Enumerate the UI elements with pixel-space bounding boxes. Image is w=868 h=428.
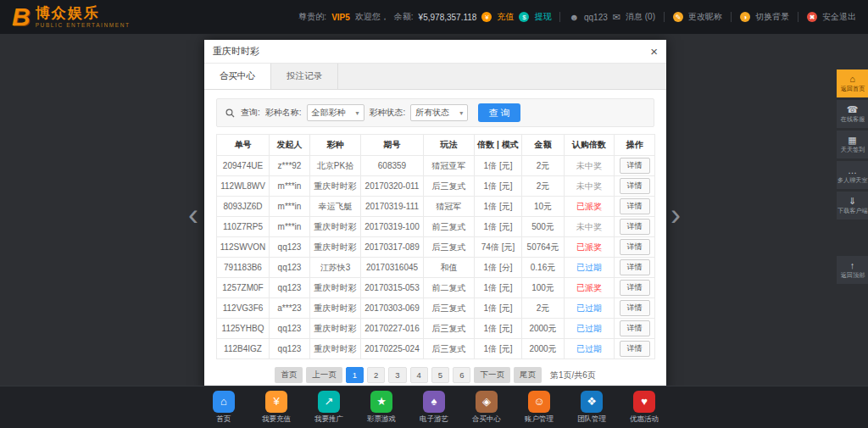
lottery-name-value: 全部彩种	[312, 107, 346, 119]
pagination-pages: 123456	[346, 367, 471, 383]
cell-order-no: 112WL8WV	[217, 176, 270, 197]
nav-item-label: 首页	[217, 414, 231, 425]
cell-initiator: m***in	[270, 197, 310, 217]
cell-lottery: 北京PK拾	[310, 156, 361, 176]
cell-play: 后三复式	[424, 298, 475, 319]
rail-item-daily-checkin[interactable]: ▦天天签到	[837, 131, 868, 158]
recharge-link[interactable]: 充值	[497, 11, 514, 23]
detail-button[interactable]: 详情	[620, 341, 650, 357]
detail-button[interactable]: 详情	[620, 198, 650, 214]
cell-multiple: 1倍 [元]	[475, 197, 522, 217]
switch-background-link[interactable]: 切换背景	[755, 11, 789, 23]
rail-item-chat-room[interactable]: …多人聊天室	[837, 161, 868, 189]
messages-link[interactable]: 消息 (0)	[626, 11, 655, 23]
page-button-6[interactable]: 6	[453, 367, 470, 383]
cell-play: 后三复式	[424, 319, 475, 339]
switch-background-icon: ◑	[740, 12, 750, 22]
rail-item-label: 下载客户端	[837, 207, 868, 215]
detail-button[interactable]: 详情	[620, 300, 650, 316]
cell-order-no: 209474UE	[217, 156, 270, 176]
rail-item-back-to-top[interactable]: ↑返回顶部	[837, 256, 868, 284]
page-prev-button[interactable]: 上一页	[306, 367, 342, 383]
cell-initiator: z***92	[270, 156, 310, 176]
cell-action: 详情	[615, 258, 655, 278]
tab-group-buy-center[interactable]: 合买中心	[204, 64, 271, 89]
nav-item-home[interactable]: ⌂首页	[204, 391, 243, 425]
lottery-games-icon: ★	[370, 391, 392, 413]
detail-button[interactable]: 详情	[620, 320, 650, 336]
change-nickname-link[interactable]: 更改昵称	[688, 11, 722, 23]
bottom-nav: ⌂首页¥我要充值↗我要推广★彩票游戏♠电子游艺◈合买中心☺账户管理❖团队管理♥优…	[204, 386, 664, 428]
detail-button[interactable]: 详情	[620, 158, 650, 174]
cell-amount: 0.16元	[522, 258, 565, 278]
cell-status: 已过期	[565, 319, 615, 339]
table-header-row: 单号 发起人 彩种 期号 玩法 倍数 | 模式 金额 认购倍数 操作	[217, 135, 655, 156]
carousel-right-arrow[interactable]: ›	[670, 200, 681, 231]
cell-multiple: 1倍 [元]	[475, 156, 522, 176]
cell-play: 后三复式	[424, 339, 475, 359]
brand-title: 博众娱乐	[36, 6, 131, 22]
topbar: B 博众娱乐 PUBLIC ENTERTAINMENT 尊贵的: VIP5 欢迎…	[0, 0, 868, 34]
recharge-icon: ¥	[265, 391, 287, 413]
detail-button[interactable]: 详情	[620, 239, 650, 255]
page-button-3[interactable]: 3	[388, 367, 406, 383]
brand-logo[interactable]: B 博众娱乐 PUBLIC ENTERTAINMENT	[12, 4, 131, 30]
tab-bet-records[interactable]: 投注记录	[271, 64, 338, 89]
nav-item-promotions[interactable]: ♥优惠活动	[625, 391, 664, 425]
rail-item-download-client[interactable]: ⇓下载客户端	[837, 192, 868, 220]
username-link[interactable]: qq123	[584, 13, 608, 22]
page-last-button[interactable]: 尾页	[514, 367, 542, 383]
cell-amount: 2000元	[522, 339, 565, 359]
detail-button[interactable]: 详情	[620, 259, 650, 275]
modal-tabbar: 合买中心 投注记录	[204, 64, 666, 90]
nav-item-promote[interactable]: ↗我要推广	[309, 391, 348, 425]
detail-button[interactable]: 详情	[620, 178, 650, 194]
detail-button[interactable]: 详情	[620, 219, 650, 235]
carousel-left-arrow[interactable]: ‹	[188, 200, 198, 231]
cell-lottery: 重庆时时彩	[310, 176, 361, 197]
logout-link[interactable]: 安全退出	[822, 11, 856, 23]
withdraw-icon: $	[519, 12, 529, 22]
modal-title: 重庆时时彩	[213, 45, 259, 58]
cell-play: 后三复式	[424, 237, 475, 258]
orders-table: 单号 发起人 彩种 期号 玩法 倍数 | 模式 金额 认购倍数 操作 20947…	[216, 134, 655, 359]
nav-item-label: 账户管理	[525, 414, 554, 425]
col-action: 操作	[615, 135, 655, 156]
detail-button[interactable]: 详情	[620, 280, 650, 296]
nav-item-account[interactable]: ☺账户管理	[520, 391, 559, 425]
nav-item-label: 电子游艺	[420, 414, 448, 425]
rail-item-back-home[interactable]: ⌂返回首页	[837, 69, 868, 97]
page-button-4[interactable]: 4	[410, 367, 428, 383]
promote-icon: ↗	[318, 391, 340, 413]
cell-multiple: 1倍 [元]	[475, 319, 522, 339]
page-button-2[interactable]: 2	[367, 367, 385, 383]
page-button-1[interactable]: 1	[346, 367, 364, 383]
back-home-icon: ⌂	[849, 74, 855, 84]
withdraw-link[interactable]: 提现	[534, 11, 551, 23]
pagination: 首页 上一页 123456 下一页 尾页 第1页/共6页	[216, 367, 654, 383]
search-button[interactable]: 查 询	[478, 103, 520, 122]
nav-item-recharge[interactable]: ¥我要充值	[257, 391, 296, 425]
cell-issue: 20170319-100	[361, 217, 424, 237]
lottery-name-select[interactable]: 全部彩种 ▾	[307, 104, 364, 121]
nav-item-team[interactable]: ❖团队管理	[572, 391, 611, 425]
page-first-button[interactable]: 首页	[275, 367, 303, 383]
nav-item-electronic-games[interactable]: ♠电子游艺	[415, 391, 453, 425]
nav-item-lottery-games[interactable]: ★彩票游戏	[362, 391, 401, 425]
lottery-status-select[interactable]: 所有状态 ▾	[410, 104, 468, 121]
change-nickname-icon: ✎	[673, 12, 683, 22]
close-icon[interactable]: ×	[650, 45, 658, 58]
page-button-5[interactable]: 5	[431, 367, 449, 383]
cell-action: 详情	[615, 217, 655, 237]
rail-item-online-service[interactable]: ☎在线客服	[837, 100, 868, 128]
nav-item-group-buy[interactable]: ◈合买中心	[467, 391, 506, 425]
page-next-button[interactable]: 下一页	[474, 367, 510, 383]
cell-order-no: 791183B6	[217, 258, 270, 278]
brand-text: 博众娱乐 PUBLIC ENTERTAINMENT	[36, 6, 131, 28]
cell-status: 已过期	[565, 298, 615, 319]
col-play: 玩法	[424, 135, 475, 156]
vip-badge: VIP5	[331, 13, 350, 22]
account-icon: ☺	[528, 391, 550, 413]
cell-amount: 500元	[522, 217, 565, 237]
cell-lottery: 重庆时时彩	[310, 278, 361, 298]
